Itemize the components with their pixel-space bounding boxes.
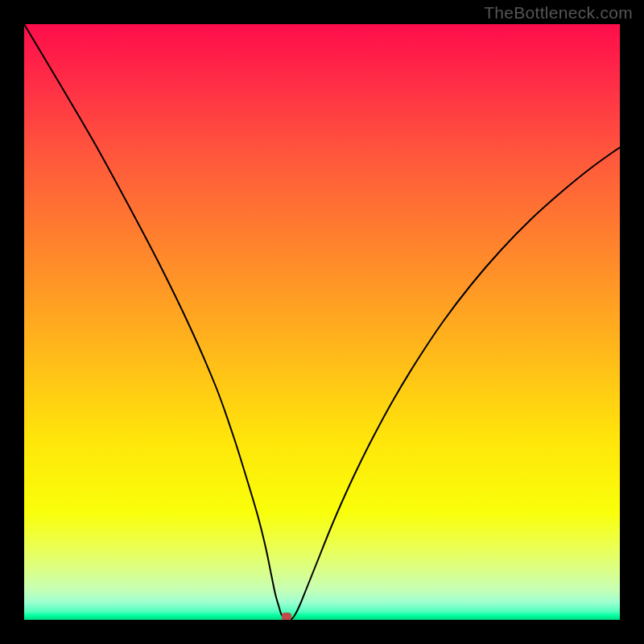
curve-layer	[24, 24, 620, 620]
chart-frame: TheBottleneck.com	[0, 0, 644, 644]
watermark-text: TheBottleneck.com	[484, 3, 633, 23]
bottleneck-curve	[24, 24, 620, 620]
plot-area	[24, 24, 620, 620]
optimum-marker	[282, 613, 291, 620]
